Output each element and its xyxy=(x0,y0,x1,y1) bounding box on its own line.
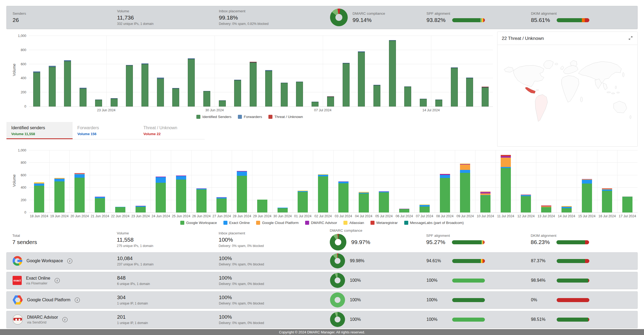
stacked-bar[interactable] xyxy=(420,204,430,212)
stacked-bar[interactable] xyxy=(466,78,473,106)
stacked-bar[interactable] xyxy=(126,65,133,106)
stacked-bar[interactable] xyxy=(296,82,303,106)
legend-item[interactable]: Threat / Unknown xyxy=(268,115,303,119)
stacked-bar[interactable] xyxy=(582,179,592,212)
bar-slot xyxy=(252,150,272,212)
stacked-bar[interactable] xyxy=(111,98,118,106)
info-icon[interactable]: i xyxy=(62,317,68,322)
stacked-bar[interactable] xyxy=(216,197,227,212)
stacked-bar[interactable] xyxy=(95,197,105,212)
stacked-bar[interactable] xyxy=(622,196,632,212)
stacked-bar[interactable] xyxy=(318,174,328,212)
stacked-bar[interactable] xyxy=(115,207,125,212)
legend-item[interactable]: Identified Senders xyxy=(196,115,231,119)
bar-segment xyxy=(460,173,470,212)
stacked-bar[interactable] xyxy=(196,188,207,212)
map-region-south-america[interactable] xyxy=(535,94,548,121)
stacked-bar[interactable] xyxy=(298,191,308,212)
stacked-bar[interactable] xyxy=(188,58,195,106)
y-tick-label: 800 xyxy=(21,48,26,52)
table-row-google-workspace[interactable]: Google Workspace i 10,084 237 unique IPs… xyxy=(6,252,638,269)
stacked-bar[interactable] xyxy=(95,100,102,106)
bar-slot xyxy=(385,36,400,106)
stacked-bar[interactable] xyxy=(257,200,267,212)
stacked-bar[interactable] xyxy=(136,206,146,213)
stacked-bar[interactable] xyxy=(501,155,511,212)
stat-label: DMARC compliance xyxy=(353,12,385,16)
stacked-bar[interactable] xyxy=(338,181,349,212)
stacked-bar[interactable] xyxy=(480,192,491,212)
map-region-mexico-threat[interactable] xyxy=(526,87,536,93)
tab-identified-senders[interactable]: Identified senders Volume 11,558 xyxy=(6,122,73,139)
stacked-bar[interactable] xyxy=(379,191,389,212)
tab-volume: Volume 11,558 xyxy=(11,132,68,136)
stacked-bar[interactable] xyxy=(451,67,458,106)
info-icon[interactable]: i xyxy=(67,258,72,264)
stacked-bar[interactable] xyxy=(281,83,288,106)
stacked-bar[interactable] xyxy=(250,62,257,106)
stacked-bar[interactable] xyxy=(343,63,350,106)
stacked-bar[interactable] xyxy=(64,60,71,106)
stacked-bar[interactable] xyxy=(440,174,450,212)
stacked-bar[interactable] xyxy=(359,192,369,212)
legend-item[interactable]: Metaregistrar xyxy=(370,221,398,225)
table-row-exact-online[interactable]: exact Exact Online via Flowmailer i 848 … xyxy=(6,272,638,289)
stacked-bar[interactable] xyxy=(561,206,572,212)
legend-item[interactable]: Exact Online xyxy=(223,221,250,225)
map-title: 22 Threat / Unknown xyxy=(502,36,544,41)
stacked-bar[interactable] xyxy=(278,208,288,212)
stacked-bar[interactable] xyxy=(237,171,247,212)
stacked-bar[interactable] xyxy=(327,96,334,106)
stacked-bar[interactable] xyxy=(157,78,164,106)
stacked-bar[interactable] xyxy=(54,178,65,212)
table-row-google-cloud-platform[interactable]: Google Cloud Platform i 304 1 unique IP,… xyxy=(6,291,638,309)
stacked-bar[interactable] xyxy=(265,70,272,106)
x-tick-label: 07 Jul 2024 xyxy=(314,108,332,112)
stacked-bar[interactable] xyxy=(80,88,87,106)
legend-item[interactable]: MessageLabs (part of Broadcom) xyxy=(404,221,464,225)
legend-item[interactable]: Forwarders xyxy=(238,115,262,119)
stacked-bar[interactable] xyxy=(460,163,470,212)
stacked-bar[interactable] xyxy=(521,195,531,212)
stacked-bar[interactable] xyxy=(312,102,319,106)
legend-item[interactable]: DMARC Advisor xyxy=(305,221,337,225)
stacked-bar[interactable] xyxy=(141,63,148,106)
stacked-bar[interactable] xyxy=(33,71,40,106)
stacked-bar[interactable] xyxy=(219,100,226,106)
stacked-bar[interactable] xyxy=(74,173,85,212)
stacked-bar[interactable] xyxy=(389,40,396,106)
stacked-bar[interactable] xyxy=(482,87,489,106)
world-map[interactable] xyxy=(497,45,637,141)
tab-threat-unknown[interactable]: Threat / Unknown Volume 22 xyxy=(138,122,205,139)
stacked-bar[interactable] xyxy=(203,91,210,106)
total-senders: 7 senders xyxy=(12,239,117,245)
stacked-bar[interactable] xyxy=(49,66,56,106)
stacked-bar[interactable] xyxy=(156,177,166,212)
bar-segment xyxy=(74,174,85,178)
table-row-dmarc-advisor[interactable]: DMARC Advisor via SendGrid i 201 1 uniqu… xyxy=(6,311,638,328)
tab-forwarders[interactable]: Forwarders Volume 156 xyxy=(73,122,139,139)
expand-icon[interactable] xyxy=(628,36,633,41)
stat-value: 99.18% xyxy=(219,14,330,21)
legend-item[interactable]: Atlassian xyxy=(343,221,364,225)
stacked-bar[interactable] xyxy=(373,85,380,106)
stacked-bar[interactable] xyxy=(435,100,442,106)
stacked-bar[interactable] xyxy=(399,209,409,212)
legend-item[interactable]: Google Workspace xyxy=(180,221,217,225)
bar-slot xyxy=(261,36,276,106)
stacked-bar[interactable] xyxy=(34,182,44,212)
info-icon[interactable]: i xyxy=(55,278,60,283)
stacked-bar[interactable] xyxy=(420,99,427,106)
stacked-bar[interactable] xyxy=(172,88,179,106)
bar-segment xyxy=(557,318,588,322)
bar-segment xyxy=(343,63,350,106)
stacked-bar[interactable] xyxy=(234,80,241,106)
stacked-bar[interactable] xyxy=(176,176,186,212)
stacked-bar[interactable] xyxy=(358,51,365,106)
stacked-bar[interactable] xyxy=(404,86,411,106)
legend-item[interactable]: Google Cloud Platform xyxy=(256,221,299,225)
stacked-bar[interactable] xyxy=(541,205,551,212)
bar-segment xyxy=(585,240,589,244)
stacked-bar[interactable] xyxy=(602,188,612,212)
info-icon[interactable]: i xyxy=(75,298,80,303)
